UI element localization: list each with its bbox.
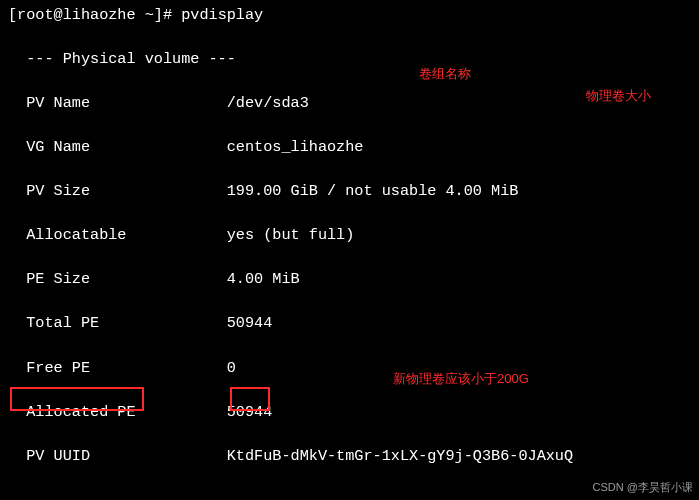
annotation-vg-name: 卷组名称 xyxy=(419,65,471,84)
pv1-header: --- Physical volume --- xyxy=(8,48,691,70)
pv1-pesize: PE Size 4.00 MiB xyxy=(8,268,691,290)
watermark: CSDN @李昊哲小课 xyxy=(593,480,693,496)
annotation-new-size: 新物理卷应该小于200G xyxy=(393,370,529,389)
command-line: [root@lihaozhe ~]# pvdisplay xyxy=(8,4,691,26)
pv1-allocpe: Allocated PE 50944 xyxy=(8,401,691,423)
pv1-freepe: Free PE 0 xyxy=(8,357,691,379)
pv1-allocatable: Allocatable yes (but full) xyxy=(8,224,691,246)
shell-prompt: [root@lihaozhe ~]# xyxy=(8,6,181,24)
pv1-uuid: PV UUID KtdFuB-dMkV-tmGr-1xLX-gY9j-Q3B6-… xyxy=(8,445,691,467)
annotation-pv-size: 物理卷大小 xyxy=(586,87,651,106)
pv1-vgname: VG Name centos_lihaozhe xyxy=(8,136,691,158)
blank-line xyxy=(8,489,691,500)
command-text: pvdisplay xyxy=(181,6,263,24)
terminal-output: [root@lihaozhe ~]# pvdisplay --- Physica… xyxy=(0,0,699,500)
pv1-totalpe: Total PE 50944 xyxy=(8,312,691,334)
pv1-size: PV Size 199.00 GiB / not usable 4.00 MiB xyxy=(8,180,691,202)
